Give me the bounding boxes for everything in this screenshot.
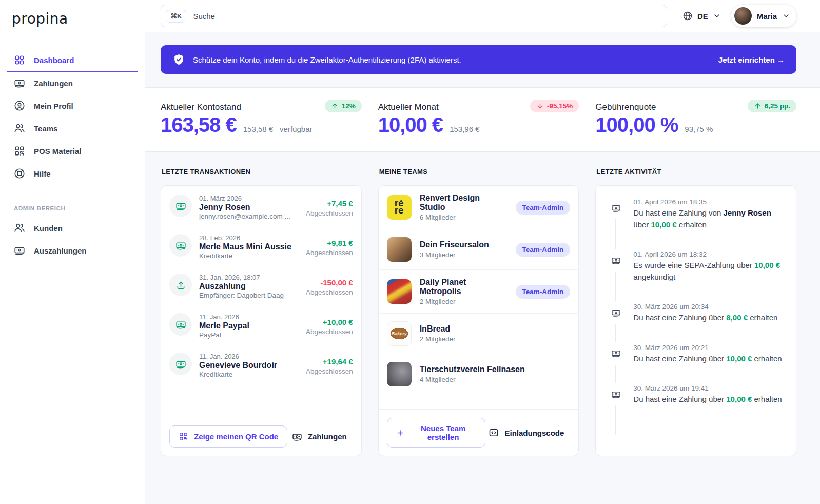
setup-2fa-button[interactable]: Jetzt einrichten → bbox=[718, 55, 785, 64]
sidebar-item-kunden[interactable]: Kunden bbox=[7, 217, 138, 239]
banknote-icon bbox=[175, 319, 186, 330]
transaction-amount: +19,64 € bbox=[306, 357, 353, 366]
qr-code-icon bbox=[179, 432, 188, 441]
sidebar-item-hilfe[interactable]: Hilfe bbox=[7, 162, 138, 185]
transaction-row[interactable]: 11. Jan. 2026Genevieve BourdoirKreditkar… bbox=[161, 345, 361, 385]
transaction-row[interactable]: 11. Jan. 2026Merle PaypalPayPal+10,00 €A… bbox=[161, 306, 361, 345]
user-menu[interactable]: Maria bbox=[731, 5, 796, 27]
transactions-column: LETZTE TRANSAKTIONEN 01. März 2026Jenny … bbox=[161, 168, 362, 456]
sidebar-item-dashboard[interactable]: Dashboard bbox=[7, 49, 138, 72]
team-info: Dein Friseursalon3 Mitglieder bbox=[420, 240, 489, 259]
stat-label: Gebührenquote bbox=[595, 100, 656, 112]
transaction-status: Abgeschlossen bbox=[306, 288, 353, 296]
sidebar-item-pos-material[interactable]: POS Material bbox=[7, 140, 138, 162]
team-info: Tierschutzverein Fellnasen4 Mitglieder bbox=[420, 365, 525, 383]
activity-date: 30. März 2026 um 20:21 bbox=[633, 344, 786, 352]
stats-row: Aktueller Kontostand 12% 163,58 € 153,58… bbox=[145, 87, 820, 152]
sidebar: propina DashboardZahlungenMein ProfilTea… bbox=[0, 0, 145, 504]
topbar: ⌘K DE Maria bbox=[145, 0, 820, 32]
create-team-label: Neues Team erstellen bbox=[410, 424, 477, 441]
activity-item: 30. März 2026 um 19:41Du hast eine Zahlu… bbox=[606, 384, 786, 405]
transaction-row[interactable]: 01. März 2026Jenny Rosenjenny.rosen@exam… bbox=[161, 186, 361, 227]
create-team-button[interactable]: Neues Team erstellen bbox=[387, 418, 486, 448]
team-name: Tierschutzverein Fellnasen bbox=[420, 365, 525, 374]
invite-code-button[interactable]: Einladungscode bbox=[485, 422, 567, 443]
teams-card: réreRenvert Design Studio6 MitgliederTea… bbox=[378, 185, 579, 456]
sidebar-item-label: Zahlungen bbox=[34, 79, 73, 88]
transaction-info: 11. Jan. 2026Genevieve BourdoirKreditkar… bbox=[199, 353, 299, 378]
grid-icon bbox=[14, 54, 25, 66]
transaction-status: Abgeschlossen bbox=[306, 209, 353, 217]
banknote-icon bbox=[611, 256, 621, 265]
team-members-count: 3 Mitglieder bbox=[420, 251, 489, 259]
banknote-icon bbox=[611, 348, 621, 358]
topbar-right: DE Maria bbox=[682, 5, 796, 27]
team-admin-badge: Team-Admin bbox=[516, 243, 571, 257]
stat-value: 163,58 € bbox=[161, 113, 237, 137]
stat-gebuehrenquote: Gebührenquote 6,25 pp. 100,00 % 93,75 % bbox=[595, 100, 796, 137]
sidebar-nav: DashboardZahlungenMein ProfilTeamsPOS Ma… bbox=[0, 49, 145, 185]
transaction-amount-block: +9,81 €Abgeschlossen bbox=[306, 234, 353, 257]
activity-date: 30. März 2026 um 20:34 bbox=[633, 303, 786, 311]
activity-heading: LETZTE AKTIVITÄT bbox=[596, 168, 796, 176]
activity-text: Du hast eine Zahlung über 10,00 € erhalt… bbox=[633, 353, 786, 365]
transaction-name: Auszahlung bbox=[199, 282, 299, 291]
payments-button[interactable]: Zahlungen bbox=[289, 427, 350, 447]
sidebar-item-label: Hilfe bbox=[34, 169, 51, 178]
team-members-count: 2 Mitglieder bbox=[420, 335, 456, 343]
transaction-detail: jenny.rosen@example.com ... bbox=[199, 212, 299, 220]
user-circle-icon bbox=[14, 100, 25, 111]
team-avatar: rére bbox=[387, 195, 412, 220]
transaction-info: 28. Feb. 2026Merle Maus Mini AussieKredi… bbox=[199, 234, 299, 260]
sidebar-item-auszahlungen[interactable]: Auszahlungen bbox=[7, 239, 138, 262]
language-selector[interactable]: DE bbox=[682, 11, 721, 21]
transaction-amount: -150,00 € bbox=[306, 278, 353, 287]
team-info: Renvert Design Studio6 Mitglieder bbox=[420, 193, 507, 221]
team-row[interactable]: Daily Planet Metropolis2 MitgliederTeam-… bbox=[379, 270, 579, 314]
activity-timeline: 01. April 2026 um 18:35Du hast eine Zahl… bbox=[596, 186, 796, 456]
team-members-count: 4 Mitglieder bbox=[420, 376, 525, 383]
banknote-icon bbox=[14, 245, 25, 256]
team-row[interactable]: BakeryInBread2 Mitglieder bbox=[379, 314, 579, 354]
chevron-down-icon bbox=[782, 12, 790, 20]
team-info: InBread2 Mitglieder bbox=[420, 324, 456, 343]
stat-label: Aktueller Kontostand bbox=[161, 100, 241, 112]
transaction-name: Jenny Rosen bbox=[199, 203, 299, 212]
transaction-date: 31. Jan. 2026, 18:07 bbox=[199, 274, 299, 281]
show-qr-code-button[interactable]: Zeige meinen QR Code bbox=[169, 425, 287, 448]
sidebar-item-mein-profil[interactable]: Mein Profil bbox=[7, 94, 138, 117]
transaction-row[interactable]: 31. Jan. 2026, 18:07AuszahlungEmpfänger:… bbox=[161, 266, 361, 306]
transaction-row[interactable]: 28. Feb. 2026Merle Maus Mini AussieKredi… bbox=[161, 227, 361, 266]
activity-date: 01. April 2026 um 18:32 bbox=[633, 250, 786, 258]
team-row[interactable]: réreRenvert Design Studio6 MitgliederTea… bbox=[379, 186, 579, 229]
transaction-amount-block: +7,45 €Abgeschlossen bbox=[306, 195, 353, 217]
activity-item: 01. April 2026 um 18:35Du hast eine Zahl… bbox=[606, 198, 786, 230]
team-row[interactable]: Tierschutzverein Fellnasen4 Mitglieder bbox=[379, 354, 579, 394]
search-input[interactable] bbox=[193, 12, 662, 21]
sidebar-item-label: Mein Profil bbox=[34, 102, 73, 110]
teams-column: MEINE TEAMS réreRenvert Design Studio6 M… bbox=[378, 168, 579, 456]
app-root: propina DashboardZahlungenMein ProfilTea… bbox=[0, 0, 820, 504]
team-admin-badge: Team-Admin bbox=[516, 201, 571, 215]
team-name: Daily Planet Metropolis bbox=[420, 278, 507, 296]
sidebar-item-label: Teams bbox=[34, 124, 57, 133]
team-row[interactable]: Dein Friseursalon3 MitgliederTeam-Admin bbox=[379, 229, 579, 270]
transaction-amount: +10,00 € bbox=[306, 318, 353, 326]
sidebar-item-label: Kunden bbox=[34, 224, 63, 232]
transaction-detail: Kreditkarte bbox=[199, 252, 299, 260]
life-buoy-icon bbox=[14, 168, 25, 179]
sidebar-item-teams[interactable]: Teams bbox=[7, 117, 138, 140]
invite-code-label: Einladungscode bbox=[504, 429, 564, 437]
sidebar-item-label: Dashboard bbox=[34, 56, 74, 65]
transaction-amount: +7,45 € bbox=[306, 199, 353, 208]
transaction-detail: Kreditkarte bbox=[199, 371, 299, 378]
search-bar[interactable]: ⌘K bbox=[161, 5, 667, 27]
team-logo-text: rére bbox=[395, 200, 404, 214]
activity-date: 01. April 2026 um 18:35 bbox=[633, 198, 786, 206]
shield-check-icon bbox=[172, 53, 185, 66]
trend-badge: 12% bbox=[325, 100, 362, 112]
arrow-down-icon bbox=[536, 102, 544, 110]
upload-icon bbox=[175, 280, 186, 290]
chevron-down-icon bbox=[713, 12, 721, 20]
sidebar-item-zahlungen[interactable]: Zahlungen bbox=[7, 72, 138, 94]
